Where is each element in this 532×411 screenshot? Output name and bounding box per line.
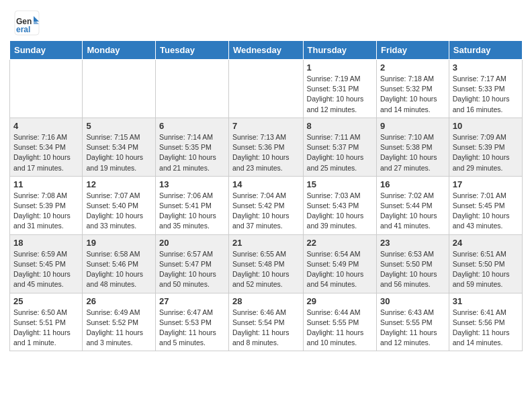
day-info: Sunrise: 7:16 AM Sunset: 5:34 PM Dayligh… bbox=[13, 132, 79, 173]
day-number: 5 bbox=[86, 121, 152, 131]
day-number: 21 bbox=[232, 238, 300, 248]
day-info: Sunrise: 7:07 AM Sunset: 5:40 PM Dayligh… bbox=[86, 191, 152, 232]
day-number: 27 bbox=[159, 296, 225, 306]
day-number: 20 bbox=[159, 238, 225, 248]
day-number: 28 bbox=[232, 296, 300, 306]
day-info: Sunrise: 7:10 AM Sunset: 5:38 PM Dayligh… bbox=[380, 132, 445, 173]
day-info: Sunrise: 6:50 AM Sunset: 5:51 PM Dayligh… bbox=[13, 308, 79, 349]
day-header-wednesday: Wednesday bbox=[228, 41, 303, 60]
calendar-cell: 28Sunrise: 6:46 AM Sunset: 5:54 PM Dayli… bbox=[228, 293, 303, 351]
day-number: 2 bbox=[380, 62, 445, 73]
logo: Gen eral bbox=[13, 9, 43, 36]
calendar-cell: 24Sunrise: 6:51 AM Sunset: 5:50 PM Dayli… bbox=[449, 234, 522, 293]
day-header-saturday: Saturday bbox=[449, 41, 522, 60]
svg-text:eral: eral bbox=[16, 25, 30, 34]
calendar-cell: 22Sunrise: 6:54 AM Sunset: 5:49 PM Dayli… bbox=[303, 234, 376, 293]
calendar-cell: 9Sunrise: 7:10 AM Sunset: 5:38 PM Daylig… bbox=[376, 118, 449, 176]
day-number: 19 bbox=[86, 238, 152, 248]
calendar-table: SundayMondayTuesdayWednesdayThursdayFrid… bbox=[9, 40, 523, 351]
day-info: Sunrise: 7:04 AM Sunset: 5:42 PM Dayligh… bbox=[232, 191, 300, 232]
day-number: 25 bbox=[13, 296, 79, 306]
calendar-cell: 21Sunrise: 6:55 AM Sunset: 5:48 PM Dayli… bbox=[228, 234, 303, 293]
day-info: Sunrise: 7:18 AM Sunset: 5:32 PM Dayligh… bbox=[380, 74, 445, 115]
day-info: Sunrise: 6:43 AM Sunset: 5:55 PM Dayligh… bbox=[380, 308, 445, 349]
day-number: 14 bbox=[232, 179, 300, 189]
day-info: Sunrise: 6:49 AM Sunset: 5:52 PM Dayligh… bbox=[86, 308, 152, 349]
day-number: 24 bbox=[453, 238, 519, 248]
calendar-cell bbox=[10, 60, 83, 118]
calendar-cell: 16Sunrise: 7:02 AM Sunset: 5:44 PM Dayli… bbox=[376, 176, 449, 234]
day-number: 26 bbox=[86, 296, 152, 306]
calendar-cell bbox=[228, 60, 303, 118]
day-number: 9 bbox=[380, 121, 445, 131]
day-number: 17 bbox=[453, 179, 519, 189]
calendar-cell: 7Sunrise: 7:13 AM Sunset: 5:36 PM Daylig… bbox=[228, 118, 303, 176]
calendar-cell: 29Sunrise: 6:44 AM Sunset: 5:55 PM Dayli… bbox=[303, 293, 376, 351]
day-number: 22 bbox=[307, 238, 373, 248]
logo-icon: Gen eral bbox=[13, 9, 40, 36]
calendar-cell: 18Sunrise: 6:59 AM Sunset: 5:45 PM Dayli… bbox=[10, 234, 83, 293]
calendar-cell: 1Sunrise: 7:19 AM Sunset: 5:31 PM Daylig… bbox=[303, 60, 376, 118]
day-number: 13 bbox=[159, 179, 225, 189]
header: Gen eral bbox=[0, 0, 532, 40]
day-info: Sunrise: 7:15 AM Sunset: 5:34 PM Dayligh… bbox=[86, 132, 152, 173]
day-info: Sunrise: 6:55 AM Sunset: 5:48 PM Dayligh… bbox=[232, 249, 300, 290]
day-info: Sunrise: 7:17 AM Sunset: 5:33 PM Dayligh… bbox=[453, 74, 519, 115]
calendar-cell: 31Sunrise: 6:41 AM Sunset: 5:56 PM Dayli… bbox=[449, 293, 522, 351]
calendar-cell bbox=[83, 60, 156, 118]
day-info: Sunrise: 7:09 AM Sunset: 5:39 PM Dayligh… bbox=[453, 132, 519, 173]
day-info: Sunrise: 6:47 AM Sunset: 5:53 PM Dayligh… bbox=[159, 308, 225, 349]
calendar-cell: 8Sunrise: 7:11 AM Sunset: 5:37 PM Daylig… bbox=[303, 118, 376, 176]
calendar-cell: 12Sunrise: 7:07 AM Sunset: 5:40 PM Dayli… bbox=[83, 176, 156, 234]
day-number: 30 bbox=[380, 296, 445, 306]
calendar-cell: 25Sunrise: 6:50 AM Sunset: 5:51 PM Dayli… bbox=[10, 293, 83, 351]
day-info: Sunrise: 7:08 AM Sunset: 5:39 PM Dayligh… bbox=[13, 191, 79, 232]
day-number: 1 bbox=[307, 62, 373, 73]
day-info: Sunrise: 6:57 AM Sunset: 5:47 PM Dayligh… bbox=[159, 249, 225, 290]
day-number: 10 bbox=[453, 121, 519, 131]
day-info: Sunrise: 7:14 AM Sunset: 5:35 PM Dayligh… bbox=[159, 132, 225, 173]
day-number: 7 bbox=[232, 121, 300, 131]
calendar-cell: 26Sunrise: 6:49 AM Sunset: 5:52 PM Dayli… bbox=[83, 293, 156, 351]
calendar-cell: 11Sunrise: 7:08 AM Sunset: 5:39 PM Dayli… bbox=[10, 176, 83, 234]
calendar-cell: 20Sunrise: 6:57 AM Sunset: 5:47 PM Dayli… bbox=[156, 234, 229, 293]
calendar-cell: 6Sunrise: 7:14 AM Sunset: 5:35 PM Daylig… bbox=[156, 118, 229, 176]
calendar-cell: 2Sunrise: 7:18 AM Sunset: 5:32 PM Daylig… bbox=[376, 60, 449, 118]
day-number: 12 bbox=[86, 179, 152, 189]
calendar-cell: 4Sunrise: 7:16 AM Sunset: 5:34 PM Daylig… bbox=[10, 118, 83, 176]
day-info: Sunrise: 7:06 AM Sunset: 5:41 PM Dayligh… bbox=[159, 191, 225, 232]
day-number: 23 bbox=[380, 238, 445, 248]
day-header-sunday: Sunday bbox=[10, 41, 83, 60]
calendar-cell: 23Sunrise: 6:53 AM Sunset: 5:50 PM Dayli… bbox=[376, 234, 449, 293]
day-info: Sunrise: 6:46 AM Sunset: 5:54 PM Dayligh… bbox=[232, 308, 300, 349]
calendar-cell: 19Sunrise: 6:58 AM Sunset: 5:46 PM Dayli… bbox=[83, 234, 156, 293]
day-header-monday: Monday bbox=[83, 41, 156, 60]
calendar-cell: 13Sunrise: 7:06 AM Sunset: 5:41 PM Dayli… bbox=[156, 176, 229, 234]
day-number: 18 bbox=[13, 238, 79, 248]
day-info: Sunrise: 7:13 AM Sunset: 5:36 PM Dayligh… bbox=[232, 132, 300, 173]
calendar-cell: 14Sunrise: 7:04 AM Sunset: 5:42 PM Dayli… bbox=[228, 176, 303, 234]
day-number: 4 bbox=[13, 121, 79, 131]
day-header-thursday: Thursday bbox=[303, 41, 376, 60]
day-number: 11 bbox=[13, 179, 79, 189]
day-number: 6 bbox=[159, 121, 225, 131]
calendar-cell: 10Sunrise: 7:09 AM Sunset: 5:39 PM Dayli… bbox=[449, 118, 522, 176]
calendar-cell: 5Sunrise: 7:15 AM Sunset: 5:34 PM Daylig… bbox=[83, 118, 156, 176]
day-header-friday: Friday bbox=[376, 41, 449, 60]
day-info: Sunrise: 7:19 AM Sunset: 5:31 PM Dayligh… bbox=[307, 74, 373, 115]
day-number: 29 bbox=[307, 296, 373, 306]
day-info: Sunrise: 6:59 AM Sunset: 5:45 PM Dayligh… bbox=[13, 249, 79, 290]
day-info: Sunrise: 6:44 AM Sunset: 5:55 PM Dayligh… bbox=[307, 308, 373, 349]
day-info: Sunrise: 7:11 AM Sunset: 5:37 PM Dayligh… bbox=[307, 132, 373, 173]
calendar-cell: 17Sunrise: 7:01 AM Sunset: 5:45 PM Dayli… bbox=[449, 176, 522, 234]
day-number: 8 bbox=[307, 121, 373, 131]
day-info: Sunrise: 6:53 AM Sunset: 5:50 PM Dayligh… bbox=[380, 249, 445, 290]
day-info: Sunrise: 7:01 AM Sunset: 5:45 PM Dayligh… bbox=[453, 191, 519, 232]
day-number: 3 bbox=[453, 62, 519, 73]
day-number: 16 bbox=[380, 179, 445, 189]
day-info: Sunrise: 6:58 AM Sunset: 5:46 PM Dayligh… bbox=[86, 249, 152, 290]
day-info: Sunrise: 6:54 AM Sunset: 5:49 PM Dayligh… bbox=[307, 249, 373, 290]
day-info: Sunrise: 7:03 AM Sunset: 5:43 PM Dayligh… bbox=[307, 191, 373, 232]
day-number: 15 bbox=[307, 179, 373, 189]
calendar-cell bbox=[156, 60, 229, 118]
